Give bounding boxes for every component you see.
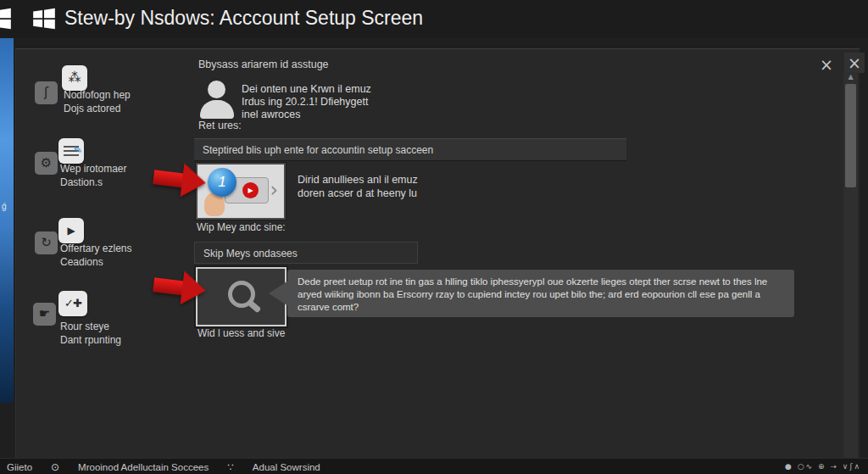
sidebar-item-1-line2: Dojs actored — [64, 102, 131, 115]
sidebar-item-1-line1: Nodfofogn hep — [64, 88, 131, 102]
pencil-icon: ✎ — [71, 137, 84, 163]
hook-icon[interactable]: ʃ — [35, 81, 58, 104]
play-app-icon[interactable]: ▶ — [58, 218, 84, 243]
step2-caption: Wid l uess and sive — [198, 327, 285, 339]
taskbar: Giieto ⊙ Mrooinod Adelluctain Soccees ∵ … — [0, 458, 868, 474]
avatar-head — [208, 81, 225, 98]
sidebar-item-2-line2: Dastion.s — [60, 176, 126, 189]
windows-logo-icon — [0, 7, 12, 31]
wallpaper-stray-text: ǵ — [2, 202, 7, 211]
screen: Stew-by Nsdows: Acccount Setup Screen ǵ … — [0, 0, 868, 474]
step1-badge: 1 — [208, 168, 236, 197]
setup-dialog: × × ▲ ʃ ⁂ Nodfofogn hep Dojs actored ⚙ ✎… — [15, 48, 860, 459]
scrollbar[interactable]: ▲ — [843, 72, 858, 458]
profile-text: Dei onten une Krwn il emuz Irdus ing 20.… — [242, 83, 371, 121]
paw-icon[interactable]: ∵ — [227, 461, 234, 473]
document-edit-icon[interactable]: ✎ — [58, 138, 84, 164]
desktop-wallpaper: ǵ — [0, 38, 14, 403]
skip-button[interactable]: Skip Meys ondasees — [194, 242, 418, 264]
windows-logo-icon — [32, 7, 56, 31]
taskbar-item-2[interactable]: Mrooinod Adelluctain Soccees — [78, 462, 209, 472]
taskbar-item-3[interactable]: Adual Sowrsind — [253, 462, 320, 472]
refresh-icon[interactable]: ↻ — [35, 231, 58, 254]
taskbar-item-1[interactable]: Giieto — [7, 462, 32, 472]
title-bar: Stew-by Nsdows: Acccount Setup Screen — [0, 0, 868, 38]
chevron-right-icon: › — [270, 178, 278, 202]
sidebar-item-3[interactable]: Offertary ezlens Ceadions — [60, 242, 131, 269]
red-arrow-step2 — [152, 267, 208, 307]
avatar-body — [200, 100, 234, 119]
magnifier-icon — [228, 281, 255, 308]
sidebar-item-1[interactable]: Nodfofogn hep Dojs actored — [64, 88, 131, 115]
step1-thumbnail[interactable]: ▶ 1 › — [196, 163, 286, 220]
close-icon[interactable]: × — [816, 54, 837, 75]
sidebar-item-4-line1: Rour steye — [60, 320, 121, 333]
scrollbar-thumb[interactable] — [845, 84, 856, 187]
play-icon: ▶ — [242, 182, 259, 198]
step1-text: Dirid anulliees anl il emuz doren acser … — [298, 173, 418, 200]
sidebar-item-2[interactable]: Wep irotomaer Dastion.s — [60, 162, 126, 189]
circles-app-icon[interactable]: ⁂ — [62, 65, 87, 91]
sidebar-item-2-line1: Wep irotomaer — [60, 162, 126, 176]
red-arrow-step1 — [152, 159, 208, 199]
circle-dot-icon[interactable]: ⊙ — [51, 461, 59, 473]
scroll-up-icon[interactable]: ▲ — [843, 72, 858, 82]
gear-icon[interactable]: ⚙ — [35, 152, 58, 175]
sidebar-item-4[interactable]: Rour steye Dant rpunting — [60, 320, 121, 347]
tooltip-text: Dede preet uetup rot ine tin gas a hllin… — [287, 270, 794, 317]
profile-caption: Ret ures: — [198, 120, 242, 131]
sidebar-item-4-line2: Dant rpunting — [60, 333, 121, 347]
sidebar-item-3-line1: Offertary ezlens — [60, 242, 131, 255]
tooltip-arrow — [269, 281, 288, 306]
system-tray-icons[interactable]: ● ○∿ ⊕ ⇢ ∨ʃ∧ — [785, 459, 861, 474]
dialog-header: Bbysass ariarem id asstuge — [198, 59, 329, 70]
avatar — [198, 79, 236, 120]
step-header-bar: Steptired blis uph ente for accountin se… — [194, 138, 626, 161]
check-plus-icon[interactable]: ✓✚ — [58, 291, 87, 316]
window-title: Stew-by Nsdows: Acccount Setup Screen — [64, 7, 423, 30]
hand-pointer-icon[interactable]: ☛ — [33, 303, 56, 326]
step1-caption: Wip Mey andc sine: — [197, 221, 286, 233]
sidebar-item-3-line2: Ceadions — [60, 255, 131, 269]
close-icon[interactable]: × — [844, 53, 865, 73]
